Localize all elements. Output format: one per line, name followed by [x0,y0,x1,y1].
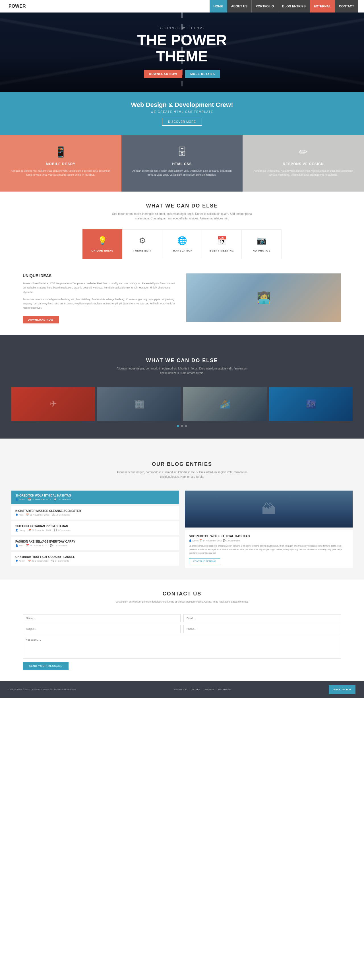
unique-para2: Pour-over hammock intelligentsia hashtag… [23,297,178,310]
blog-entry-meta-2: 👤 Krist 📅 08 November 2017 💬 16 Comments [15,514,175,516]
blog-entry-title-2: KICKSTARTER MASTER CLEANSE SCENESTER [15,509,175,512]
blog-desc: Aliquam neque neque, commodo in euismod … [111,470,253,479]
blog-entry-title-5: CHAMBRAY TRUFFAUT GODARD FLANNEL [15,555,175,558]
blog-admin-5: 👤 Admin [15,560,25,562]
nav-blog[interactable]: BLOG ENTRIES [278,0,310,13]
nav-home[interactable]: HOME [209,0,227,13]
gallery-placeholder-1: ✈ [11,387,95,421]
nav-portfolio[interactable]: PORTFOLIO [252,0,278,13]
name-field[interactable] [23,614,180,622]
blog-date-4: 📅 28 October 2017 [26,544,46,547]
blog-entry-meta-3: 👤 Nanny 📅 02 November 2017 💬 5 Comments [15,529,175,531]
tab-event-meeting[interactable]: 📅 EVENT MEETING [202,229,242,259]
tab-theme-edit[interactable]: ⚙ THEME EDIT [122,229,162,259]
feature-html-css: 🗄 HTML CSS Aenean ac ultrices nisi. Null… [121,135,243,192]
contact-section: CONTACT US Vestibulum ante ipsum primis … [0,579,364,681]
blog-entry-5[interactable]: CHAMBRAY TRUFFAUT GODARD FLANNEL 👤 Admin… [11,552,179,566]
what-section: WHAT WE CAN DO ELSE Sed tortor lorem, mo… [0,192,364,335]
gallery-item-4[interactable]: 🌆 [269,387,353,421]
blog-section: OUR BLOG ENTRIES Aliquam neque neque, co… [0,439,364,579]
nav-logo: POWER [6,4,29,9]
gallery-row: ✈ 🏢 🏄 🌆 [11,387,353,421]
dark-section: WHAT WE CAN DO ELSE Aliquam neque neque,… [0,335,364,439]
dark-title: WHAT WE CAN DO ELSE [17,358,347,364]
pencil-icon: ✏ [251,146,356,158]
featured-img: 🏔 [185,490,353,528]
nav-about[interactable]: ABOUT US [227,0,252,13]
gallery-placeholder-3: 🏄 [183,387,267,421]
blog-admin-3: 👤 Nanny [15,529,25,531]
footer-twitter[interactable]: TWITTER [190,688,201,690]
feature-mobile-ready: 📱 MOBILE READY Aenean ac ultrices nisi. … [0,135,121,192]
blog-entry-title-3: SEITAN FLEXITARIAN PRISM SHAMAN [15,525,175,528]
dot-1[interactable] [177,425,179,427]
dot-3[interactable] [185,425,187,427]
email-field[interactable] [184,614,341,622]
featured-content: SHOREDITCH WOLF ETHICAL HASHTAG 👤 Admin … [185,530,353,568]
download-button[interactable]: DOWNLOAD NOW [144,70,182,78]
blog-entry-meta-4: 👤 Krist 📅 28 October 2017 💬 11 Comments [15,544,175,547]
unique-download-button[interactable]: DOWNLOAD NOW [23,316,59,323]
gallery-placeholder-4: 🌆 [269,387,353,421]
submit-button[interactable]: SEND YOUR MESSAGE [23,662,69,670]
blog-comments-5: 💬 24 Comments [51,560,69,562]
unique-text: UNIQUE IDEAS Power is free Bootstrap CSS… [23,274,178,323]
hero-title: THE POWER THEME [137,32,227,65]
blog-entry-title-1: SHOREDITCH WOLF ETHICAL HASHTAG [15,494,175,497]
nav-external[interactable]: EXTERNAL [310,0,335,13]
blog-entry-4[interactable]: FASHION AXE SELVAGE EVERYDAY CARRY 👤 Kri… [11,537,179,550]
tab-label-4: EVENT MEETING [209,249,234,252]
discover-more-button[interactable]: DISCOVER MORE [162,118,202,126]
dark-desc: Aliquam neque neque, commodo in euismod … [111,366,253,375]
blog-date-3: 📅 02 November 2017 [29,529,51,531]
featured-meta: 👤 Admin 📅 14 November 2017 💬 12 Comments [189,539,349,542]
nav-contact[interactable]: CONTACT [335,0,358,13]
blog-list: SHOREDITCH WOLF ETHICAL HASHTAG 👤 Admin … [11,490,179,568]
tab-hd-photos[interactable]: 📷 HD PHOTOS [242,229,281,259]
feature-title-3: RESPONSIVE DESIGN [251,162,356,166]
unique-title: UNIQUE IDEAS [23,274,178,278]
carousel-dots [11,425,353,427]
hero-subtitle: DESIGNED WITH LOVE [159,27,205,30]
blog-entry-2[interactable]: KICKSTARTER MASTER CLEANSE SCENESTER 👤 K… [11,506,179,520]
features-section: 📱 MOBILE READY Aenean ac ultrices nisi. … [0,135,364,192]
blog-entry-3[interactable]: SEITAN FLEXITARIAN PRISM SHAMAN 👤 Nanny … [11,521,179,535]
tab-label-5: HD PHOTOS [253,249,270,252]
hero-section: DESIGNED WITH LOVE THE POWER THEME DOWNL… [0,13,364,92]
footer-links: FACEBOOK TWITTER LINKEDIN INSTAGRAM [174,688,231,690]
gallery-item-3[interactable]: 🏄 [183,387,267,421]
more-details-button[interactable]: MORE DETAILS [185,70,220,78]
featured-comments: 💬 12 Comments [223,539,240,542]
subject-field[interactable] [23,625,180,633]
what-desc: Sed tortor lorem, mollis in fringilla si… [111,212,253,221]
globe-icon: 🌐 [165,236,199,245]
gallery-item-1[interactable]: ✈ [11,387,95,421]
mobile-icon: 📱 [8,146,113,158]
continue-reading-button[interactable]: CONTINUE READING [189,558,220,564]
navbar: POWER HOME ABOUT US PORTFOLIO BLOG ENTRI… [0,0,364,13]
blog-comments-2: 💬 16 Comments [52,514,70,516]
gallery-placeholder-2: 🏢 [97,387,181,421]
footer-linkedin[interactable]: LINKEDIN [204,688,214,690]
blog-comments-1: 💬 12 Comments [54,498,71,501]
featured-date: 📅 14 November 2017 [200,539,222,542]
tab-label-3: TRANSLATION [171,249,193,252]
blog-entry-title-4: FASHION AXE SELVAGE EVERYDAY CARRY [15,540,175,543]
settings-icon: ⚙ [125,236,159,245]
blog-date-2: 📅 08 November 2017 [26,514,49,516]
blog-entry-1[interactable]: SHOREDITCH WOLF ETHICAL HASHTAG 👤 Admin … [11,490,179,504]
back-to-top-button[interactable]: BACK TO TOP [329,685,356,694]
dot-2[interactable] [181,425,183,427]
tab-unique-ideas[interactable]: 💡 UNIQUE IDEAS [83,229,122,259]
message-field[interactable] [23,636,341,659]
footer: COPYRIGHT © 2016 COMPANY NAME ALL RIGHTS… [0,681,364,698]
blog-admin-2: 👤 Krist [15,514,23,516]
gallery-item-2[interactable]: 🏢 [97,387,181,421]
blog-entry-meta-5: 👤 Admin 📅 22 October 2017 💬 24 Comments [15,560,175,562]
footer-facebook[interactable]: FACEBOOK [174,688,187,690]
calendar-icon: 📅 [205,236,239,245]
phone-field[interactable] [184,625,341,633]
footer-instagram[interactable]: INSTAGRAM [218,688,231,690]
contact-desc: Vestibulum ante ipsum primis in faucibus… [111,600,253,604]
tab-translation[interactable]: 🌐 TRANSLATION [162,229,202,259]
